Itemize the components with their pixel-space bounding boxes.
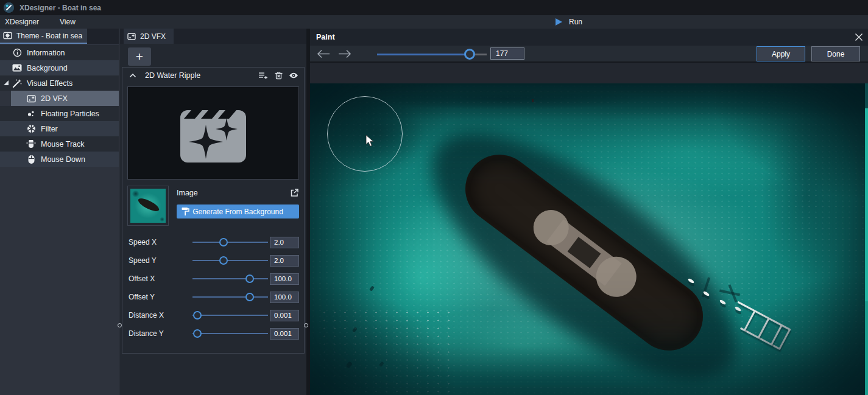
close-icon[interactable] (855, 33, 863, 41)
slider-row-distance-x: Distance X 0.001 (122, 306, 304, 324)
menu-xdesigner[interactable]: XDesigner (0, 15, 45, 29)
tab-2d-vfx-label: 2D VFX (140, 32, 166, 41)
add-to-list-icon[interactable] (258, 71, 268, 80)
slider-thumb[interactable] (245, 293, 254, 301)
sidebar-item-list: Information Background Visual Effects 2D… (0, 45, 119, 167)
image-icon (12, 63, 22, 73)
mouse-track-icon (26, 139, 36, 149)
aperture-icon (26, 124, 36, 134)
paint-roller-icon (182, 207, 189, 216)
paint-title: Paint (316, 33, 335, 41)
mouse-cursor (365, 135, 375, 147)
visibility-eye-icon[interactable] (289, 71, 298, 80)
left-splitter-handle[interactable] (118, 323, 122, 327)
plus-icon: + (136, 49, 143, 64)
title-bar: XDesigner - Boat in sea (0, 0, 868, 15)
slider-value[interactable]: 0.001 (270, 328, 299, 340)
vfx-panel: 2D VFX + 2D Water Ripple (120, 29, 306, 395)
theme-sidebar: Theme - Boat in sea Information Backgrou… (0, 29, 119, 395)
run-button[interactable]: Run (556, 15, 582, 29)
water-ripple-group: 2D Water Ripple (122, 67, 305, 354)
theme-monitor-gear-icon (3, 32, 12, 40)
paint-header: Paint (310, 29, 868, 46)
paint-toolbar: 177 Apply Done (310, 46, 868, 63)
slider-track[interactable] (192, 310, 268, 320)
slider-value[interactable]: 2.0 (270, 255, 299, 267)
tab-2d-vfx[interactable]: 2D VFX (124, 29, 174, 44)
info-icon (12, 48, 22, 58)
external-link-icon[interactable] (289, 188, 299, 198)
slider-thumb[interactable] (219, 238, 228, 246)
add-effect-button[interactable]: + (128, 47, 151, 66)
slider-track[interactable] (192, 292, 268, 302)
right-splitter-handle[interactable] (304, 323, 308, 327)
sidebar-item-information[interactable]: Information (0, 45, 119, 60)
wand-icon (12, 79, 22, 88)
paint-canvas[interactable] (310, 63, 868, 395)
vfx-icon (26, 94, 36, 103)
slider-thumb[interactable] (219, 256, 228, 265)
slider-value[interactable]: 100.0 (270, 273, 299, 285)
brush-circle-overlay (327, 96, 403, 172)
clapperboard-sparkle-icon (179, 103, 247, 164)
tab-theme-label: Theme - Boat in sea (16, 32, 82, 40)
image-property-row: Image (127, 186, 299, 226)
effect-preview[interactable] (127, 86, 299, 180)
brush-size-value[interactable]: 177 (490, 47, 524, 60)
slider-track[interactable] (192, 237, 268, 247)
sidebar-item-visual-effects[interactable]: Visual Effects (0, 75, 119, 91)
done-button[interactable]: Done (811, 46, 860, 61)
slider-track[interactable] (192, 256, 268, 265)
brush-size-slider-thumb[interactable] (464, 49, 475, 60)
undo-icon[interactable] (316, 49, 331, 59)
menu-view[interactable]: View (54, 15, 82, 29)
effect-title: 2D Water Ripple (145, 71, 253, 80)
slider-track[interactable] (192, 274, 268, 284)
run-label: Run (569, 18, 582, 26)
sidebar-item-background[interactable]: Background (0, 60, 119, 75)
sea-image (310, 83, 868, 395)
brush-size-slider[interactable] (377, 48, 487, 60)
menu-bar: XDesigner View Run (0, 15, 868, 29)
delete-icon[interactable] (273, 71, 283, 80)
slider-list: Speed X 2.0 Speed Y 2.0 Offset X 100.0 O… (122, 233, 304, 343)
vfx-tabstrip: 2D VFX (120, 29, 306, 44)
slider-track[interactable] (192, 329, 268, 338)
slider-value[interactable]: 2.0 (270, 237, 299, 248)
image-thumbnail[interactable] (127, 186, 169, 226)
redo-icon[interactable] (337, 49, 352, 59)
slider-value[interactable]: 0.001 (270, 310, 299, 321)
sidebar-item-filter[interactable]: Filter (0, 121, 119, 136)
slider-row-offset-x: Offset X 100.0 (122, 270, 304, 288)
slider-row-speed-y: Speed Y 2.0 (122, 251, 304, 270)
paint-panel: Paint 177 Apply Done (306, 29, 868, 395)
generate-from-background-button[interactable]: Generate From Background (177, 204, 299, 218)
water-ripple-header: 2D Water Ripple (122, 68, 304, 83)
collapse-chevron-icon[interactable] (128, 71, 138, 80)
window-title: XDesigner - Boat in sea (19, 4, 101, 12)
generate-button-label: Generate From Background (192, 208, 283, 216)
canvas-scrollbar[interactable] (865, 83, 868, 395)
sidebar-item-mouse-down[interactable]: Mouse Down (0, 152, 119, 167)
sidebar-item-mouse-track[interactable]: Mouse Track (0, 136, 119, 152)
sidebar-tabstrip: Theme - Boat in sea (0, 29, 119, 44)
mouse-down-icon (26, 155, 36, 164)
slider-thumb[interactable] (193, 311, 202, 320)
app-window: XDesigner - Boat in sea XDesigner View R… (0, 0, 868, 395)
vfx-tab-icon (127, 32, 136, 41)
tab-theme[interactable]: Theme - Boat in sea (0, 29, 87, 44)
sidebar-item-floating-particles[interactable]: Floating Particles (0, 106, 119, 121)
apply-button[interactable]: Apply (757, 46, 805, 61)
play-icon (556, 18, 562, 26)
slider-thumb[interactable] (193, 329, 202, 338)
particles-icon (26, 109, 36, 119)
sidebar-item-2d-vfx[interactable]: 2D VFX (0, 91, 119, 106)
image-label: Image (177, 189, 289, 197)
expander-icon[interactable] (3, 80, 9, 86)
slider-row-speed-x: Speed X 2.0 (122, 233, 304, 251)
slider-row-offset-y: Offset Y 100.0 (122, 288, 304, 306)
app-logo-icon (4, 2, 14, 13)
slider-row-distance-y: Distance Y 0.001 (122, 324, 304, 343)
slider-value[interactable]: 100.0 (270, 292, 299, 303)
slider-thumb[interactable] (245, 274, 254, 283)
